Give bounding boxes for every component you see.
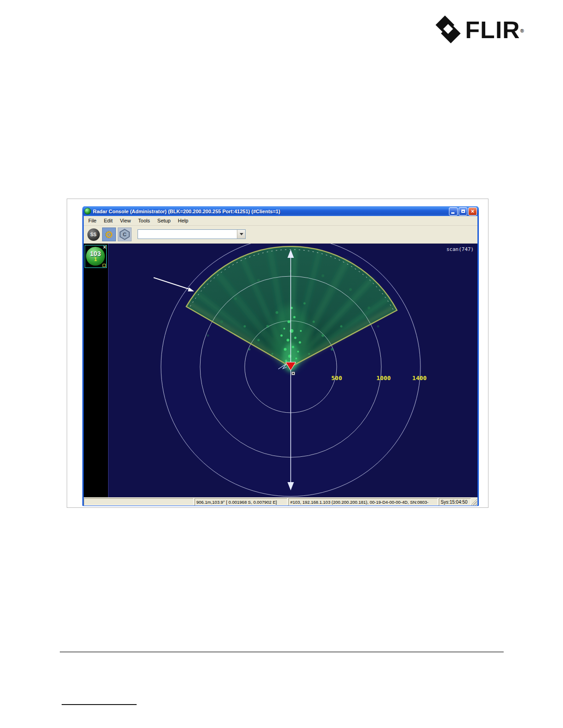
svg-text:C: C [123,232,126,237]
app-icon [84,208,91,215]
titlebar[interactable]: Radar Console (Administrator) (BLK=200.2… [82,206,479,216]
range-label-500: 500 [331,375,342,381]
toolbar: SS ⚙ C [84,226,477,244]
badge-close-icon[interactable]: × [103,244,106,250]
cursor-position-panel: 906.1m,103.9° [ 0.001968 S, 0.007902 E] [195,498,287,506]
preset-combobox[interactable] [138,229,246,239]
maximize-button[interactable] [459,207,467,216]
registered-mark: ® [520,28,524,34]
maximize-icon [461,210,465,213]
origin-box-dot [293,373,294,374]
ss-icon: SS [87,228,100,241]
settings-button[interactable]: ⚙ [102,228,116,241]
sensor-info-panel: #103, 192.168.1.103 (200.200.200.181), 0… [288,498,438,506]
badge-resize-icon [103,264,106,267]
flir-logo-icon [435,15,462,45]
combo-dropdown-button[interactable] [237,230,245,239]
menubar: File Edit View Tools Setup Help [84,216,477,226]
figure-frame: Radar Console (Administrator) (BLK=200.2… [67,199,488,508]
combo-input[interactable] [138,230,237,239]
resize-grip[interactable] [471,499,477,505]
system-time-panel: Sys:15:04:50 [439,498,471,506]
footnote-rule [62,704,137,705]
statusbar: 906.1m,103.9° [ 0.001968 S, 0.007902 E] … [84,497,477,506]
minimize-button[interactable] [449,207,458,216]
sensor-list-strip [84,244,108,497]
radar-display[interactable]: 500 1000 1400 scan(747) 103 1 × [84,244,477,497]
minimize-icon [451,212,454,214]
radar-canvas[interactable]: 500 1000 1400 scan(747) [84,244,477,497]
close-button[interactable]: × [468,207,477,216]
range-label-1000: 1000 [376,375,391,381]
close-icon: × [471,209,474,214]
window-title: Radar Console (Administrator) (BLK=200.2… [93,209,449,214]
section-divider [60,651,504,653]
menu-item-file[interactable]: File [85,217,100,224]
config-button[interactable]: C [118,228,132,241]
ss-button[interactable]: SS [86,228,100,241]
status-empty-panel [84,498,194,506]
flir-logo: FLIR® [435,15,524,45]
radar-console-window: Radar Console (Administrator) (BLK=200.2… [82,206,479,506]
range-label-1400: 1400 [412,375,426,381]
flir-logo-text: FLIR® [465,15,524,45]
sensor-count: 1 [94,257,97,262]
menu-item-view[interactable]: View [116,217,135,224]
sensor-badge-ball: 103 1 [86,247,105,266]
scan-counter: scan(747) [446,246,474,252]
menu-item-edit[interactable]: Edit [100,217,116,224]
hexagon-c-icon: C [119,228,131,240]
menu-item-setup[interactable]: Setup [154,217,174,224]
sensor-badge[interactable]: 103 1 × [85,245,107,268]
menu-item-help[interactable]: Help [174,217,192,224]
menu-item-tools[interactable]: Tools [134,217,154,224]
gear-icon: ⚙ [105,230,114,239]
chevron-down-icon [240,233,243,235]
sensor-id: 103 [90,250,101,257]
flir-wordmark: FLIR [465,17,520,43]
